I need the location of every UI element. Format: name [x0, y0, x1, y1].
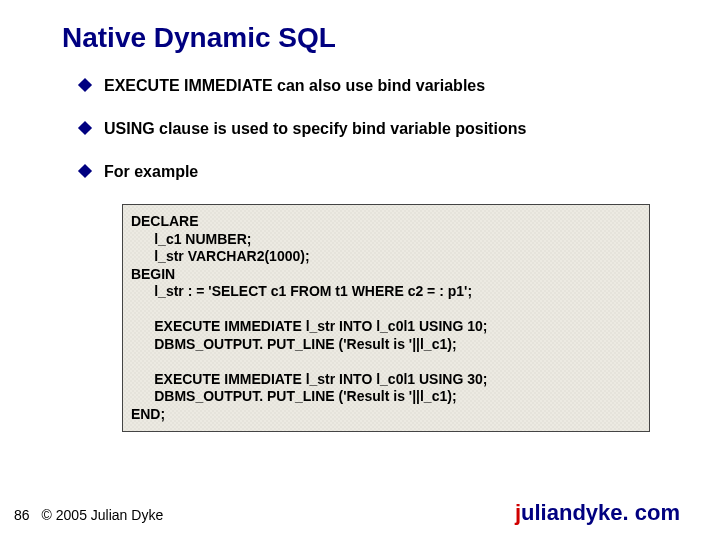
diamond-icon: [78, 78, 92, 92]
domain-rest: uliandyke. com: [521, 500, 680, 525]
bullet-item: USING clause is used to specify bind var…: [80, 119, 680, 140]
bullet-item: For example: [80, 162, 680, 183]
footer: 86 © 2005 Julian Dyke juliandyke. com: [0, 500, 720, 526]
slide: Native Dynamic SQL EXECUTE IMMEDIATE can…: [0, 0, 720, 540]
bullet-text: For example: [104, 162, 198, 183]
diamond-icon: [78, 164, 92, 178]
copyright: © 2005 Julian Dyke: [42, 507, 164, 523]
diamond-icon: [78, 121, 92, 135]
bullet-item: EXECUTE IMMEDIATE can also use bind vari…: [80, 76, 680, 97]
code-block: DECLARE l_c1 NUMBER; l_str VARCHAR2(1000…: [122, 204, 650, 432]
bullet-text: EXECUTE IMMEDIATE can also use bind vari…: [104, 76, 485, 97]
domain-name: juliandyke. com: [515, 500, 680, 526]
bullet-text: USING clause is used to specify bind var…: [104, 119, 526, 140]
page-number: 86: [14, 507, 30, 523]
slide-title: Native Dynamic SQL: [62, 22, 680, 54]
footer-left: 86 © 2005 Julian Dyke: [14, 507, 163, 523]
bullet-list: EXECUTE IMMEDIATE can also use bind vari…: [80, 76, 680, 182]
